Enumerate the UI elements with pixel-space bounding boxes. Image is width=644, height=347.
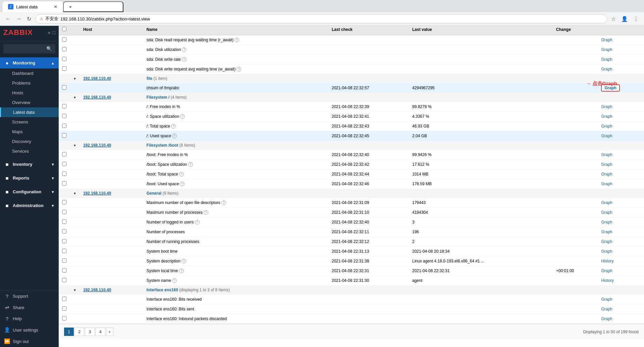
help-icon[interactable]: ? <box>221 200 226 205</box>
row-checkbox[interactable] <box>62 297 66 301</box>
reload-button[interactable]: ↻ <box>25 14 33 23</box>
help-icon[interactable]: ? <box>204 210 208 215</box>
sidebar-item-maps[interactable]: Maps <box>0 127 59 137</box>
tab-close-button[interactable]: ✕ <box>54 4 58 9</box>
row-checkbox[interactable] <box>62 123 66 128</box>
graph-link[interactable]: Graph <box>601 220 612 225</box>
host-collapse-arrow[interactable]: ▼ <box>70 93 80 102</box>
graph-link[interactable]: Graph <box>601 47 612 52</box>
sidebar-item-discovery[interactable]: Discovery <box>0 137 59 146</box>
sidebar-item-services[interactable]: Services <box>0 146 59 156</box>
select-all-checkbox[interactable] <box>62 27 66 31</box>
row-checkbox[interactable] <box>62 200 66 204</box>
menu-button[interactable]: ⋮ <box>632 14 640 23</box>
configuration-nav-item[interactable]: ■ Configuration ▼ <box>0 186 59 197</box>
graph-link[interactable]: Graph <box>601 172 612 177</box>
search-input[interactable] <box>7 46 44 51</box>
host-name-cell[interactable]: 192.168.110.40 <box>80 74 143 83</box>
row-checkbox[interactable] <box>62 316 66 320</box>
new-tab-button[interactable]: + <box>63 1 123 12</box>
help-icon[interactable]: ? <box>182 47 186 52</box>
sidebar-item-user-settings[interactable]: 👤 User settings <box>0 324 59 336</box>
row-checkbox[interactable] <box>62 133 66 138</box>
row-checkbox[interactable] <box>62 210 66 214</box>
graph-link[interactable]: Graph <box>601 57 612 62</box>
graph-link[interactable]: Graph <box>601 124 612 129</box>
sidebar-item-share[interactable]: ⇌ Share <box>0 302 59 313</box>
help-icon[interactable]: ? <box>171 124 176 129</box>
graph-link[interactable]: Graph <box>601 182 612 186</box>
host-collapse-arrow[interactable]: ▼ <box>70 189 80 198</box>
row-checkbox[interactable] <box>62 57 66 61</box>
sidebar-item-support[interactable]: ? Support <box>0 291 59 302</box>
history-link[interactable]: History <box>601 278 613 283</box>
help-icon[interactable]: ? <box>172 134 177 138</box>
help-icon[interactable]: ? <box>179 172 184 177</box>
graph-link[interactable]: Graph <box>601 316 612 321</box>
graph-link[interactable]: Graph <box>601 297 612 302</box>
row-checkbox[interactable] <box>62 229 66 234</box>
graph-link[interactable]: Graph <box>601 268 612 273</box>
graph-link[interactable]: Graph <box>601 38 612 42</box>
sidebar-item-dashboard[interactable]: Dashboard <box>0 68 59 78</box>
row-checkbox[interactable] <box>62 219 66 224</box>
help-icon[interactable]: ? <box>234 38 239 42</box>
row-checkbox[interactable] <box>62 181 66 186</box>
row-checkbox[interactable] <box>62 268 66 272</box>
host-collapse-arrow[interactable]: ▼ <box>70 286 80 295</box>
search-box[interactable]: 🔍 <box>3 44 55 53</box>
sidebar-item-sign-out[interactable]: ⏩ Sign out <box>0 336 59 347</box>
profile-button[interactable]: 👤 <box>620 14 629 23</box>
sidebar-item-latest-data[interactable]: Latest data <box>0 107 59 117</box>
help-icon[interactable]: ? <box>181 259 186 263</box>
row-checkbox[interactable] <box>62 171 66 176</box>
reports-nav-item[interactable]: ■ Reports ▼ <box>0 172 59 184</box>
graph-link[interactable]: Graph <box>601 210 612 215</box>
host-name-cell[interactable]: 192.168.110.40 <box>80 286 143 295</box>
help-icon[interactable]: ? <box>179 268 184 273</box>
collapse-sidebar-button[interactable]: « <box>48 30 51 35</box>
row-checkbox[interactable] <box>62 258 66 263</box>
host-collapse-arrow[interactable]: ▼ <box>70 141 80 150</box>
next-page-button[interactable]: › <box>106 328 113 336</box>
graph-link[interactable]: Graph <box>601 104 612 109</box>
page-2-button[interactable]: 2 <box>74 328 84 336</box>
page-3-button[interactable]: 3 <box>85 328 95 336</box>
row-checkbox[interactable] <box>62 47 66 51</box>
row-checkbox[interactable] <box>62 278 66 282</box>
expand-window-button[interactable]: □ <box>53 30 55 35</box>
row-checkbox[interactable] <box>62 162 66 166</box>
graph-link-highlighted[interactable]: Graph <box>601 84 620 92</box>
help-icon[interactable]: ? <box>182 57 186 62</box>
row-checkbox[interactable] <box>62 104 66 108</box>
row-checkbox[interactable] <box>62 306 66 311</box>
inventory-nav-item[interactable]: ■ Inventory ▼ <box>0 159 59 170</box>
graph-link[interactable]: Graph <box>601 200 612 205</box>
graph-link[interactable]: Graph <box>601 230 612 234</box>
graph-link[interactable]: Graph <box>601 134 612 138</box>
bookmark-button[interactable]: ☆ <box>610 14 617 23</box>
row-checkbox[interactable] <box>62 239 66 243</box>
history-link[interactable]: History <box>601 259 613 263</box>
graph-link[interactable]: Graph <box>601 249 612 254</box>
host-name-cell[interactable]: 192.168.110.40 <box>80 189 143 198</box>
host-name-cell[interactable]: 192.168.110.40 <box>80 141 143 150</box>
row-checkbox[interactable] <box>62 114 66 118</box>
row-checkbox[interactable] <box>62 85 66 90</box>
host-name-cell[interactable]: 192.168.110.40 <box>80 93 143 102</box>
page-1-button[interactable]: 1 <box>64 328 74 336</box>
graph-link[interactable]: Graph <box>601 307 612 311</box>
row-checkbox[interactable] <box>62 37 66 42</box>
help-icon[interactable]: ? <box>195 220 200 225</box>
graph-link[interactable]: Graph <box>601 67 612 71</box>
help-icon[interactable]: ? <box>172 278 177 283</box>
row-checkbox[interactable] <box>62 152 66 156</box>
help-icon[interactable]: ? <box>236 67 241 71</box>
graph-link[interactable]: Graph <box>601 162 612 167</box>
help-icon[interactable]: ? <box>180 182 184 186</box>
sidebar-item-screens[interactable]: Screens <box>0 117 59 127</box>
sidebar-item-help[interactable]: ? Help <box>0 313 59 324</box>
administration-nav-item[interactable]: ■ Administration ▼ <box>0 200 59 211</box>
monitoring-nav-item[interactable]: ● Monitoring ▲ <box>0 57 59 68</box>
row-checkbox[interactable] <box>62 249 66 253</box>
